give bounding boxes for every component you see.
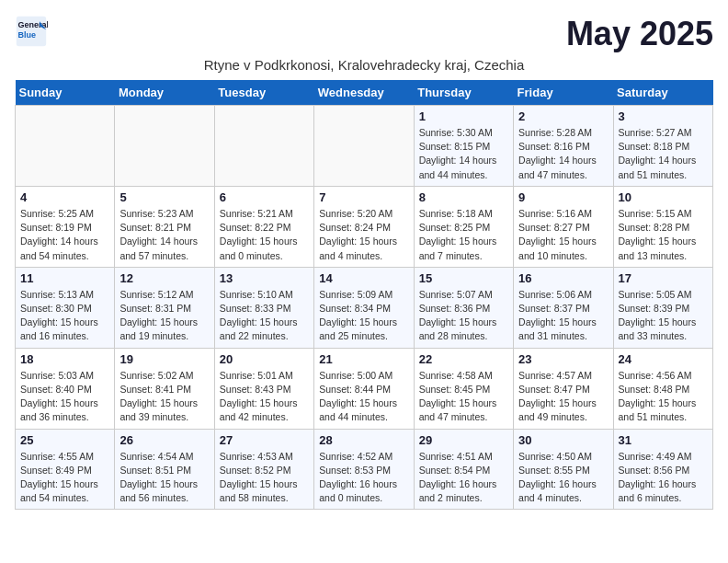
day-info: Sunrise: 4:55 AMSunset: 8:49 PMDaylight:…	[20, 450, 109, 506]
svg-text:General: General	[18, 20, 48, 29]
day-info: Sunrise: 5:18 AMSunset: 8:25 PMDaylight:…	[419, 207, 508, 263]
day-header-sunday: Sunday	[16, 80, 115, 106]
day-info: Sunrise: 5:30 AMSunset: 8:15 PMDaylight:…	[419, 126, 508, 182]
day-info: Sunrise: 5:00 AMSunset: 8:44 PMDaylight:…	[319, 369, 408, 425]
calendar-cell: 27Sunrise: 4:53 AMSunset: 8:52 PMDayligh…	[214, 429, 313, 510]
calendar-table: SundayMondayTuesdayWednesdayThursdayFrid…	[15, 80, 713, 510]
calendar-cell	[16, 106, 115, 187]
day-number: 30	[518, 433, 608, 447]
day-info: Sunrise: 4:56 AMSunset: 8:48 PMDaylight:…	[619, 369, 708, 425]
day-number: 7	[319, 190, 408, 204]
day-info: Sunrise: 4:50 AMSunset: 8:55 PMDaylight:…	[518, 450, 608, 506]
calendar-cell: 10Sunrise: 5:15 AMSunset: 8:28 PMDayligh…	[613, 186, 712, 267]
day-number: 31	[619, 433, 708, 447]
day-info: Sunrise: 5:28 AMSunset: 8:16 PMDaylight:…	[518, 126, 608, 182]
day-info: Sunrise: 5:25 AMSunset: 8:19 PMDaylight:…	[20, 207, 109, 263]
calendar-subtitle: Rtyne v Podkrkonosi, Kralovehradecky kra…	[15, 57, 713, 73]
day-number: 25	[20, 433, 109, 447]
calendar-cell: 30Sunrise: 4:50 AMSunset: 8:55 PMDayligh…	[514, 429, 613, 510]
day-header-saturday: Saturday	[613, 80, 712, 106]
calendar-header-row: SundayMondayTuesdayWednesdayThursdayFrid…	[16, 80, 713, 106]
day-info: Sunrise: 5:03 AMSunset: 8:40 PMDaylight:…	[20, 369, 109, 425]
calendar-cell: 9Sunrise: 5:16 AMSunset: 8:27 PMDaylight…	[514, 186, 613, 267]
day-info: Sunrise: 5:27 AMSunset: 8:18 PMDaylight:…	[619, 126, 708, 182]
day-header-thursday: Thursday	[414, 80, 513, 106]
day-info: Sunrise: 5:07 AMSunset: 8:36 PMDaylight:…	[419, 288, 508, 344]
day-info: Sunrise: 5:16 AMSunset: 8:27 PMDaylight:…	[518, 207, 608, 263]
day-info: Sunrise: 5:23 AMSunset: 8:21 PMDaylight:…	[119, 207, 209, 263]
day-number: 3	[619, 109, 708, 123]
day-number: 10	[619, 190, 708, 204]
logo: General Blue	[15, 15, 48, 48]
calendar-cell: 31Sunrise: 4:49 AMSunset: 8:56 PMDayligh…	[613, 429, 712, 510]
day-number: 22	[419, 352, 508, 366]
day-info: Sunrise: 4:58 AMSunset: 8:45 PMDaylight:…	[419, 369, 508, 425]
calendar-cell: 18Sunrise: 5:03 AMSunset: 8:40 PMDayligh…	[16, 348, 115, 429]
calendar-cell	[314, 106, 414, 187]
calendar-cell: 29Sunrise: 4:51 AMSunset: 8:54 PMDayligh…	[414, 429, 513, 510]
calendar-cell: 12Sunrise: 5:12 AMSunset: 8:31 PMDayligh…	[115, 267, 214, 348]
calendar-cell: 6Sunrise: 5:21 AMSunset: 8:22 PMDaylight…	[214, 186, 313, 267]
day-number: 23	[518, 352, 608, 366]
day-number: 28	[319, 433, 408, 447]
day-number: 2	[518, 109, 608, 123]
day-number: 16	[518, 271, 608, 285]
calendar-cell: 20Sunrise: 5:01 AMSunset: 8:43 PMDayligh…	[214, 348, 313, 429]
calendar-cell	[214, 106, 313, 187]
day-header-monday: Monday	[115, 80, 214, 106]
calendar-cell: 19Sunrise: 5:02 AMSunset: 8:41 PMDayligh…	[115, 348, 214, 429]
day-info: Sunrise: 5:09 AMSunset: 8:34 PMDaylight:…	[319, 288, 408, 344]
calendar-cell: 5Sunrise: 5:23 AMSunset: 8:21 PMDaylight…	[115, 186, 214, 267]
logo-icon: General Blue	[15, 15, 48, 48]
day-number: 1	[419, 109, 508, 123]
svg-text:Blue: Blue	[18, 30, 37, 40]
day-info: Sunrise: 5:13 AMSunset: 8:30 PMDaylight:…	[20, 288, 109, 344]
calendar-cell: 7Sunrise: 5:20 AMSunset: 8:24 PMDaylight…	[314, 186, 414, 267]
calendar-week-3: 11Sunrise: 5:13 AMSunset: 8:30 PMDayligh…	[16, 267, 713, 348]
calendar-cell: 8Sunrise: 5:18 AMSunset: 8:25 PMDaylight…	[414, 186, 513, 267]
day-number: 9	[518, 190, 608, 204]
day-header-friday: Friday	[514, 80, 613, 106]
day-info: Sunrise: 4:53 AMSunset: 8:52 PMDaylight:…	[220, 450, 309, 506]
calendar-cell: 15Sunrise: 5:07 AMSunset: 8:36 PMDayligh…	[414, 267, 513, 348]
header: General Blue May 2025	[15, 15, 713, 53]
day-number: 29	[419, 433, 508, 447]
day-info: Sunrise: 4:49 AMSunset: 8:56 PMDaylight:…	[619, 450, 708, 506]
day-info: Sunrise: 4:52 AMSunset: 8:53 PMDaylight:…	[319, 450, 408, 506]
day-number: 26	[119, 433, 209, 447]
calendar-cell: 25Sunrise: 4:55 AMSunset: 8:49 PMDayligh…	[16, 429, 115, 510]
day-info: Sunrise: 5:01 AMSunset: 8:43 PMDaylight:…	[220, 369, 309, 425]
day-number: 18	[20, 352, 109, 366]
day-number: 15	[419, 271, 508, 285]
calendar-week-5: 25Sunrise: 4:55 AMSunset: 8:49 PMDayligh…	[16, 429, 713, 510]
day-number: 5	[119, 190, 209, 204]
day-number: 24	[619, 352, 708, 366]
day-info: Sunrise: 5:10 AMSunset: 8:33 PMDaylight:…	[220, 288, 309, 344]
day-number: 12	[119, 271, 209, 285]
day-info: Sunrise: 5:20 AMSunset: 8:24 PMDaylight:…	[319, 207, 408, 263]
calendar-cell: 22Sunrise: 4:58 AMSunset: 8:45 PMDayligh…	[414, 348, 513, 429]
day-info: Sunrise: 4:57 AMSunset: 8:47 PMDaylight:…	[518, 369, 608, 425]
day-number: 19	[119, 352, 209, 366]
day-number: 8	[419, 190, 508, 204]
calendar-cell: 21Sunrise: 5:00 AMSunset: 8:44 PMDayligh…	[314, 348, 414, 429]
day-number: 17	[619, 271, 708, 285]
calendar-cell: 24Sunrise: 4:56 AMSunset: 8:48 PMDayligh…	[613, 348, 712, 429]
calendar-cell: 2Sunrise: 5:28 AMSunset: 8:16 PMDaylight…	[514, 106, 613, 187]
day-number: 13	[220, 271, 309, 285]
day-number: 21	[319, 352, 408, 366]
day-info: Sunrise: 5:06 AMSunset: 8:37 PMDaylight:…	[518, 288, 608, 344]
calendar-cell: 26Sunrise: 4:54 AMSunset: 8:51 PMDayligh…	[115, 429, 214, 510]
calendar-cell: 14Sunrise: 5:09 AMSunset: 8:34 PMDayligh…	[314, 267, 414, 348]
day-number: 27	[220, 433, 309, 447]
calendar-week-4: 18Sunrise: 5:03 AMSunset: 8:40 PMDayligh…	[16, 348, 713, 429]
day-number: 14	[319, 271, 408, 285]
day-info: Sunrise: 5:02 AMSunset: 8:41 PMDaylight:…	[119, 369, 209, 425]
day-info: Sunrise: 4:51 AMSunset: 8:54 PMDaylight:…	[419, 450, 508, 506]
calendar-cell: 16Sunrise: 5:06 AMSunset: 8:37 PMDayligh…	[514, 267, 613, 348]
day-info: Sunrise: 5:12 AMSunset: 8:31 PMDaylight:…	[119, 288, 209, 344]
calendar-cell: 11Sunrise: 5:13 AMSunset: 8:30 PMDayligh…	[16, 267, 115, 348]
day-info: Sunrise: 4:54 AMSunset: 8:51 PMDaylight:…	[119, 450, 209, 506]
calendar-week-1: 1Sunrise: 5:30 AMSunset: 8:15 PMDaylight…	[16, 106, 713, 187]
calendar-cell: 13Sunrise: 5:10 AMSunset: 8:33 PMDayligh…	[214, 267, 313, 348]
